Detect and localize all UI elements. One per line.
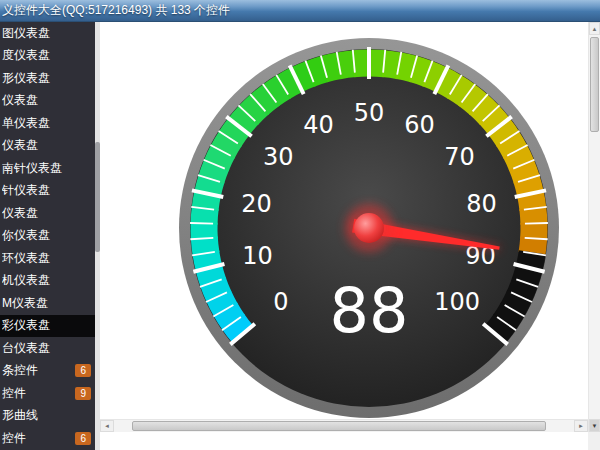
sidebar-item[interactable]: 形仪表盘 xyxy=(0,67,95,90)
sidebar-item-label: 仪表盘 xyxy=(2,92,95,109)
sidebar-item-label: 控件 xyxy=(2,385,75,402)
sidebar-item-label: 台仪表盘 xyxy=(2,340,95,357)
sidebar-item-label: 仪表盘 xyxy=(2,205,95,222)
arrow-up-icon: ▲ xyxy=(592,26,598,32)
svg-text:60: 60 xyxy=(404,111,435,139)
sidebar-item-badge: 9 xyxy=(75,387,91,400)
gauge: 010203040506070809010088 xyxy=(169,28,569,428)
scroll-left-button[interactable]: ◄ xyxy=(100,420,114,432)
sidebar-item-label: 图仪表盘 xyxy=(2,25,95,42)
sidebar-item[interactable]: 条控件6 xyxy=(0,360,95,383)
sidebar-items: 图仪表盘度仪表盘形仪表盘仪表盘单仪表盘仪表盘南针仪表盘针仪表盘仪表盘你仪表盘环仪… xyxy=(0,22,95,450)
sidebar-item-label: 环仪表盘 xyxy=(2,250,95,267)
app-window: 义控件大全(QQ:517216493) 共 133 个控件 图仪表盘度仪表盘形仪… xyxy=(0,0,600,450)
svg-text:100: 100 xyxy=(434,288,480,316)
vertical-scrollbar[interactable]: ▲ ▼ xyxy=(588,22,600,432)
sidebar-item-label: M仪表盘 xyxy=(2,295,95,312)
sidebar-item-badge: 6 xyxy=(75,364,91,377)
horizontal-scroll-thumb[interactable] xyxy=(132,421,546,431)
arrow-right-icon: ► xyxy=(578,423,584,429)
sidebar-item[interactable]: 形曲线 xyxy=(0,405,95,428)
gauge-value: 88 xyxy=(330,274,409,347)
horizontal-scroll-track[interactable] xyxy=(114,420,574,432)
horizontal-scrollbar[interactable]: ◄ ► xyxy=(100,419,588,432)
svg-text:50: 50 xyxy=(354,99,385,127)
arrow-left-icon: ◄ xyxy=(104,423,110,429)
sidebar-item[interactable]: 南针仪表盘 xyxy=(0,157,95,180)
sidebar-item-label: 控件 xyxy=(2,430,75,447)
sidebar-item-label: 形曲线 xyxy=(2,407,95,424)
main-panel: 010203040506070809010088 xyxy=(100,22,588,419)
svg-text:40: 40 xyxy=(303,111,334,139)
sidebar-item[interactable]: M仪表盘 xyxy=(0,292,95,315)
sidebar-item[interactable]: 控件6 xyxy=(0,427,95,450)
scroll-up-button[interactable]: ▲ xyxy=(589,22,600,35)
svg-text:70: 70 xyxy=(444,143,475,171)
sidebar-item[interactable]: 仪表盘 xyxy=(0,90,95,113)
sidebar-item[interactable]: 图仪表盘 xyxy=(0,22,95,45)
sidebar-item-label: 机仪表盘 xyxy=(2,272,95,289)
sidebar-item[interactable]: 环仪表盘 xyxy=(0,247,95,270)
sidebar-item[interactable]: 机仪表盘 xyxy=(0,270,95,293)
svg-text:0: 0 xyxy=(273,288,288,316)
window-title: 义控件大全(QQ:517216493) 共 133 个控件 xyxy=(0,2,230,19)
sidebar-item[interactable]: 台仪表盘 xyxy=(0,337,95,360)
sidebar-item-badge: 6 xyxy=(75,432,91,445)
scroll-right-button[interactable]: ► xyxy=(574,420,588,432)
svg-text:30: 30 xyxy=(263,143,294,171)
sidebar-item-label: 条控件 xyxy=(2,362,75,379)
arrow-down-icon: ▼ xyxy=(592,423,598,429)
sidebar-item-label: 形仪表盘 xyxy=(2,70,95,87)
sidebar-item[interactable]: 控件9 xyxy=(0,382,95,405)
vertical-scroll-track[interactable] xyxy=(589,35,600,419)
sidebar-item[interactable]: 仪表盘 xyxy=(0,202,95,225)
sidebar-item[interactable]: 彩仪表盘 xyxy=(0,315,95,338)
sidebar-item-label: 针仪表盘 xyxy=(2,182,95,199)
title-bar[interactable]: 义控件大全(QQ:517216493) 共 133 个控件 xyxy=(0,0,600,22)
sidebar-item-label: 彩仪表盘 xyxy=(2,317,95,334)
sidebar: 图仪表盘度仪表盘形仪表盘仪表盘单仪表盘仪表盘南针仪表盘针仪表盘仪表盘你仪表盘环仪… xyxy=(0,22,100,450)
svg-text:10: 10 xyxy=(242,242,273,270)
svg-text:80: 80 xyxy=(466,190,497,218)
sidebar-item[interactable]: 度仪表盘 xyxy=(0,45,95,68)
sidebar-item-label: 单仪表盘 xyxy=(2,115,95,132)
sidebar-item-label: 度仪表盘 xyxy=(2,47,95,64)
vertical-scroll-thumb[interactable] xyxy=(590,37,599,132)
sidebar-item[interactable]: 针仪表盘 xyxy=(0,180,95,203)
svg-text:20: 20 xyxy=(241,190,272,218)
gauge-hub xyxy=(354,213,384,243)
sidebar-item-label: 你仪表盘 xyxy=(2,227,95,244)
sidebar-item[interactable]: 单仪表盘 xyxy=(0,112,95,135)
scrollbar-corner xyxy=(588,432,600,450)
sidebar-item[interactable]: 你仪表盘 xyxy=(0,225,95,248)
sidebar-item[interactable]: 仪表盘 xyxy=(0,135,95,158)
scroll-down-button[interactable]: ▼ xyxy=(589,419,600,432)
sidebar-item-label: 仪表盘 xyxy=(2,137,95,154)
sidebar-item-label: 南针仪表盘 xyxy=(2,160,95,177)
